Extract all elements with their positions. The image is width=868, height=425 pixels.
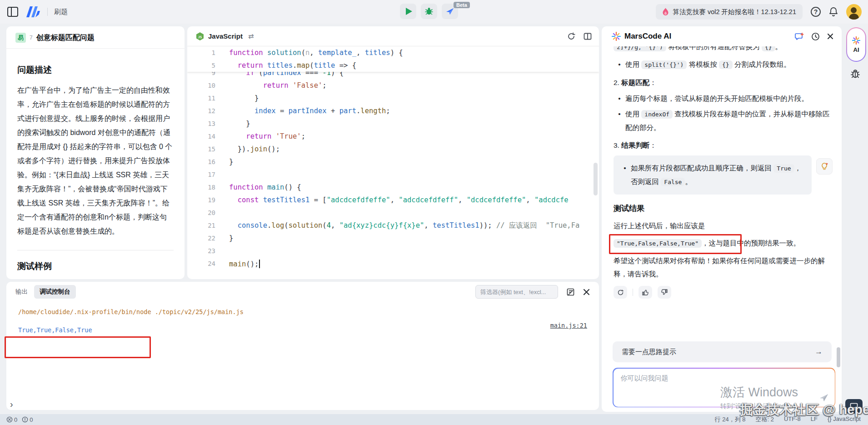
marscode-logo-icon[interactable]	[25, 6, 41, 18]
code-token: = [	[309, 196, 326, 204]
code-text: return 'False';	[229, 81, 327, 90]
statusbar-item[interactable]: LF	[811, 415, 818, 424]
send-button[interactable]	[819, 393, 829, 403]
code-token: }	[229, 94, 259, 102]
ai-sparkle-icon	[852, 36, 860, 45]
code-text: }	[229, 120, 250, 128]
console-expand-chevron[interactable]: ›	[10, 401, 13, 407]
code-token: 4	[327, 221, 331, 230]
split-editor-icon[interactable]	[584, 32, 592, 40]
code-line: 13 }	[187, 117, 599, 130]
statusbar-item[interactable]: UTF-8	[784, 415, 801, 424]
code-line: 21 console.log(solution(4, "ad{xyz}cdc{y…	[187, 219, 599, 232]
regenerate-button[interactable]	[614, 286, 627, 299]
code-token: partIndex	[289, 107, 327, 115]
reset-code-icon[interactable]	[567, 32, 575, 40]
console-filter-input[interactable]	[475, 285, 558, 299]
app-label: 刷题	[54, 8, 68, 16]
code-token: (	[309, 61, 314, 70]
ai-panel-scrollbar[interactable]	[837, 347, 840, 367]
code-token	[289, 81, 293, 90]
code-token: ,	[356, 49, 365, 57]
close-ai-panel-icon[interactable]	[827, 33, 833, 40]
code-token: part	[339, 107, 356, 115]
announcement-banner[interactable]: 算法竞技赛 vol2 开始报名啦！12.13-12.21	[656, 4, 803, 20]
code-token: solution	[289, 221, 323, 230]
problem-panel: 易 7 创意标题匹配问题 问题描述 在广告平台中，为了给广告主一定的自由性和效率…	[6, 26, 185, 279]
ai-input-container	[613, 368, 835, 407]
thumbs-down-button[interactable]	[658, 286, 671, 299]
samples-heading: 测试样例	[17, 260, 174, 272]
close-panel-icon[interactable]	[583, 289, 590, 295]
code-token: "adcdcefdfeff"	[399, 196, 458, 204]
bug-icon	[424, 7, 434, 16]
monitor-icon	[850, 403, 858, 410]
code-token: +	[327, 107, 339, 115]
editor-scrollbar[interactable]	[594, 163, 598, 195]
code-token: .	[267, 221, 271, 230]
history-icon[interactable]	[811, 32, 820, 41]
code-token: "ad{xyz}cdc{y}f{x}e"	[339, 221, 424, 230]
bullet-icon: •	[614, 92, 625, 105]
code-token	[492, 221, 496, 230]
error-circle-icon	[6, 416, 13, 423]
statusbar-item[interactable]: 空格: 2	[756, 415, 774, 424]
tab-javascript[interactable]: JS JavaScript ⇄	[195, 32, 254, 41]
code-token: .	[356, 107, 360, 115]
code-token: return	[238, 61, 263, 70]
line-number: 23	[187, 247, 215, 255]
code-line: 15 }).join();	[187, 143, 599, 155]
difficulty-badge: 易	[15, 33, 26, 43]
tab-debug-console[interactable]: 调试控制台	[34, 285, 76, 299]
code-token: ();	[267, 145, 280, 153]
warnings-indicator[interactable]: 0	[22, 416, 33, 423]
code-token: return	[263, 81, 289, 90]
run-button[interactable]	[400, 4, 416, 19]
code-token: }	[229, 120, 250, 128]
code-token	[229, 221, 238, 230]
code-token: ) {	[390, 49, 403, 57]
floating-widget-button[interactable]	[845, 399, 863, 414]
code-token: solution	[267, 49, 301, 57]
tab-output[interactable]: 输出	[15, 288, 28, 296]
bell-icon[interactable]	[829, 7, 838, 17]
play-icon	[406, 8, 412, 15]
code-token: =>	[335, 61, 352, 70]
paper-plane-icon	[445, 7, 454, 16]
warning-circle-icon	[22, 416, 28, 423]
code-line: 19 const testTitles1 = ["adcdcefdfeffe",…	[187, 194, 599, 206]
code-token: map	[297, 61, 309, 70]
source-location-link[interactable]: main.js:21	[550, 322, 587, 329]
code-token	[229, 196, 238, 204]
code-token: ,	[331, 221, 339, 230]
clear-console-icon[interactable]	[566, 288, 575, 296]
ai-paragraph: 运行上述代码后，输出应该是	[614, 219, 830, 232]
report-bug-button[interactable]	[850, 68, 861, 79]
explain-lightbulb-button[interactable]	[816, 158, 833, 175]
ai-response-actions	[614, 286, 830, 299]
statusbar-item[interactable]: {} JavaScript	[828, 415, 861, 424]
bullet-icon: •	[614, 107, 625, 134]
code-token: console	[238, 221, 267, 230]
switch-language-icon[interactable]: ⇄	[248, 32, 254, 40]
code-token: const	[238, 196, 259, 204]
code-token: log	[271, 221, 284, 230]
code-line: 1function solution(n, template_, titles)…	[187, 46, 599, 59]
sidebar-toggle-icon[interactable]	[7, 7, 18, 17]
thumbs-up-button[interactable]	[639, 286, 652, 299]
errors-indicator[interactable]: 0	[6, 416, 17, 423]
deploy-button[interactable]: Beta	[442, 4, 458, 19]
code-area[interactable]: 9 if (partIndex === -1) {10 return 'Fals…	[187, 46, 599, 279]
suggestion-chip[interactable]: 需要一点思路提示 →	[613, 341, 832, 362]
ai-question-input[interactable]	[614, 369, 835, 407]
help-icon[interactable]: ?	[811, 7, 821, 17]
code-line: 16}	[187, 155, 599, 168]
new-chat-icon[interactable]	[795, 32, 804, 41]
ai-launcher-button[interactable]: AI	[846, 27, 866, 62]
statusbar-item[interactable]: 行 24，列 8	[715, 415, 746, 424]
line-number: 21	[187, 222, 215, 229]
description-heading: 问题描述	[17, 64, 174, 76]
debug-button[interactable]	[421, 4, 437, 19]
code-token: (	[284, 221, 288, 230]
user-avatar[interactable]	[846, 4, 862, 20]
